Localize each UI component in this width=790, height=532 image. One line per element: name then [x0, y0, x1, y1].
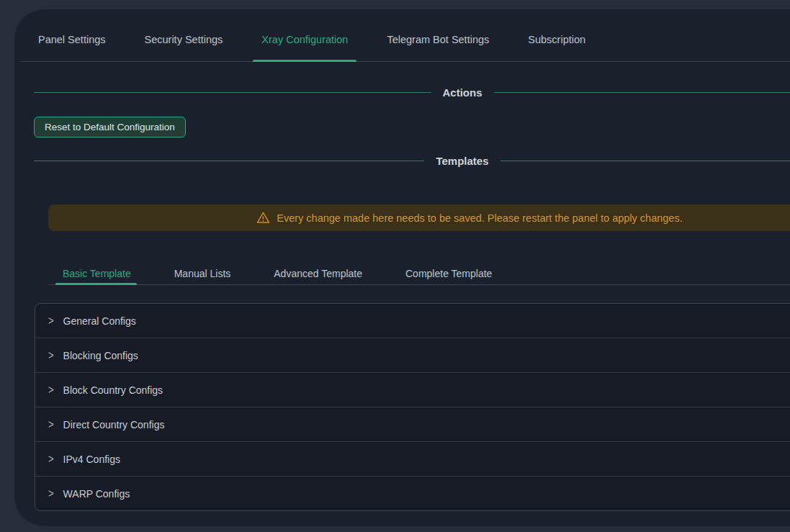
actions-section-divider: Actions — [34, 86, 790, 98]
templates-section-title: Templates — [436, 155, 488, 167]
tab-security-settings[interactable]: Security Settings — [136, 18, 232, 61]
collapse-row-label: Direct Country Configs — [63, 419, 165, 430]
main-tab-bar: Panel Settings Security Settings Xray Co… — [20, 9, 790, 62]
collapse-row-ipv4-configs[interactable]: > IPv4 Configs — [35, 441, 790, 476]
chevron-right-icon: > — [48, 453, 54, 464]
tab-manual-lists[interactable]: Manual Lists — [170, 263, 235, 284]
templates-section-divider: Templates — [34, 155, 790, 166]
chevron-right-icon: > — [48, 349, 54, 361]
actions-section-title: Actions — [443, 86, 482, 99]
chevron-right-icon: > — [48, 418, 54, 430]
tab-telegram-bot-settings[interactable]: Telegram Bot Settings — [378, 18, 498, 61]
collapse-row-label: Blocking Configs — [63, 350, 138, 361]
config-collapse-list: > General Configs > Blocking Configs > B… — [35, 303, 790, 511]
tab-complete-template[interactable]: Complete Template — [401, 263, 496, 284]
settings-card: Panel Settings Security Settings Xray Co… — [14, 9, 790, 526]
tab-basic-template[interactable]: Basic Template — [58, 263, 135, 284]
restart-warning-alert: Every change made here needs to be saved… — [48, 204, 790, 231]
warning-alert-text: Every change made here needs to be saved… — [277, 212, 682, 224]
tab-advanced-template[interactable]: Advanced Template — [269, 263, 367, 284]
tab-xray-configuration[interactable]: Xray Configuration — [253, 18, 356, 61]
tab-panel-settings[interactable]: Panel Settings — [30, 18, 115, 61]
collapse-row-label: IPv4 Configs — [63, 454, 120, 465]
collapse-row-warp-configs[interactable]: > WARP Configs — [35, 476, 790, 510]
chevron-right-icon: > — [48, 384, 54, 395]
reset-to-default-button[interactable]: Reset to Default Configuration — [34, 117, 186, 137]
template-tab-bar: Basic Template Manual Lists Advanced Tem… — [49, 263, 790, 285]
collapse-row-label: Block Country Configs — [63, 384, 163, 396]
collapse-row-blocking-configs[interactable]: > Blocking Configs — [35, 338, 790, 372]
chevron-right-icon: > — [48, 315, 54, 326]
collapse-row-block-country-configs[interactable]: > Block Country Configs — [35, 372, 790, 407]
warning-triangle-icon — [256, 211, 270, 225]
collapse-row-direct-country-configs[interactable]: > Direct Country Configs — [35, 407, 790, 441]
chevron-right-icon: > — [48, 487, 54, 499]
collapse-row-general-configs[interactable]: > General Configs — [35, 304, 790, 338]
tab-subscription[interactable]: Subscription — [519, 18, 594, 61]
collapse-row-label: WARP Configs — [63, 488, 130, 500]
collapse-row-label: General Configs — [63, 315, 136, 327]
